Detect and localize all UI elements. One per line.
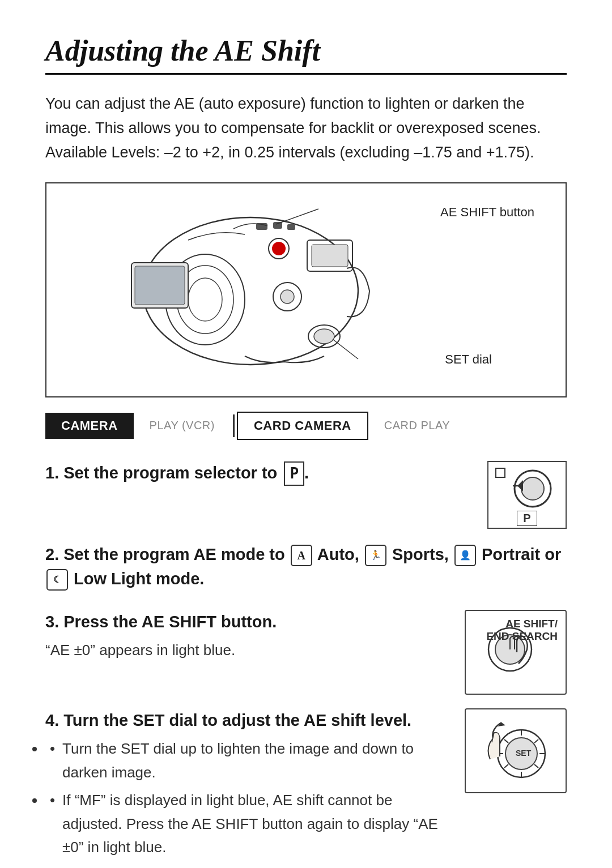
square-indicator <box>495 468 505 478</box>
step-3-title: 3. Press the AE SHIFT button. <box>45 610 448 635</box>
page-title: Adjusting the AE Shift <box>45 34 567 67</box>
svg-rect-12 <box>135 266 185 305</box>
step-4-image: SET <box>465 708 567 793</box>
portrait-icon: 👤 <box>454 545 476 566</box>
dial-p-icon: P <box>487 461 567 529</box>
dial-svg <box>502 463 552 508</box>
svg-line-18 <box>333 339 358 359</box>
mode-camera[interactable]: CAMERA <box>45 413 134 439</box>
auto-icon: A <box>291 545 312 566</box>
step-1: 1. Set the program selector to P. P <box>45 461 567 529</box>
step-2-title: 2. Set the program AE mode to A Auto, 🏃 … <box>45 542 567 592</box>
svg-rect-5 <box>312 245 348 267</box>
bullet-2: If “MF” is displayed in light blue, AE s… <box>45 789 448 860</box>
svg-point-16 <box>280 290 294 303</box>
step-3-text: 3. Press the AE SHIFT button. “AE ±0” ap… <box>45 610 448 662</box>
step-4: 4. Turn the SET dial to adjust the AE sh… <box>45 708 567 864</box>
svg-line-17 <box>276 209 318 224</box>
svg-point-10 <box>272 242 286 255</box>
ae-shift-label: AE SHIFT button <box>440 205 534 220</box>
p-label: P <box>517 511 537 526</box>
camera-image-container: AE SHIFT button SET dial <box>46 183 566 396</box>
svg-point-3 <box>188 278 222 321</box>
mode-card-play[interactable]: CARD PLAY <box>368 413 466 438</box>
step-3-image: AE SHIFT/ END SEARCH <box>465 610 567 695</box>
title-divider <box>45 73 567 75</box>
step-4-bullets: Turn the SET dial up to lighten the imag… <box>45 737 448 860</box>
set-dial-svg: SET <box>476 714 555 788</box>
intro-text: You can adjust the AE (auto exposure) fu… <box>45 92 567 165</box>
step-3: 3. Press the AE SHIFT button. “AE ±0” ap… <box>45 610 567 695</box>
mode-divider <box>233 414 235 437</box>
set-dial-label: SET dial <box>445 352 492 367</box>
step-1-text: 1. Set the program selector to P. <box>45 461 470 491</box>
mode-play-vcr[interactable]: PLAY (VCR) <box>134 413 231 438</box>
step-1-image: P <box>487 461 567 529</box>
ae-shift-icon: AE SHIFT/ END SEARCH <box>465 610 567 695</box>
sports-icon: 🏃 <box>365 545 386 566</box>
step-4-text: 4. Turn the SET dial to adjust the AE sh… <box>45 708 448 864</box>
step-2: 2. Set the program AE mode to A Auto, 🏃 … <box>45 542 567 592</box>
set-dial-icon: SET <box>465 708 567 793</box>
camera-illustration <box>46 183 432 376</box>
step-4-title: 4. Turn the SET dial to adjust the AE sh… <box>45 708 448 733</box>
step-1-title: 1. Set the program selector to P. <box>45 461 470 486</box>
camera-diagram: AE SHIFT button SET dial <box>45 182 567 397</box>
svg-rect-8 <box>287 224 295 230</box>
lowlight-icon: ☾ <box>46 569 68 591</box>
ae-label: AE SHIFT/ END SEARCH <box>486 618 558 644</box>
svg-rect-7 <box>273 222 282 229</box>
steps-area: 1. Set the program selector to P. P <box>45 461 567 864</box>
mode-bar: CAMERA PLAY (VCR) CARD CAMERA CARD PLAY <box>45 411 567 441</box>
step-3-body: “AE ±0” appears in light blue. <box>45 639 448 662</box>
bullet-1: Turn the SET dial up to lighten the imag… <box>45 737 448 784</box>
svg-point-14 <box>314 329 334 344</box>
mode-card-camera[interactable]: CARD CAMERA <box>237 412 368 440</box>
svg-text:SET: SET <box>516 749 532 758</box>
svg-point-20 <box>521 477 544 500</box>
